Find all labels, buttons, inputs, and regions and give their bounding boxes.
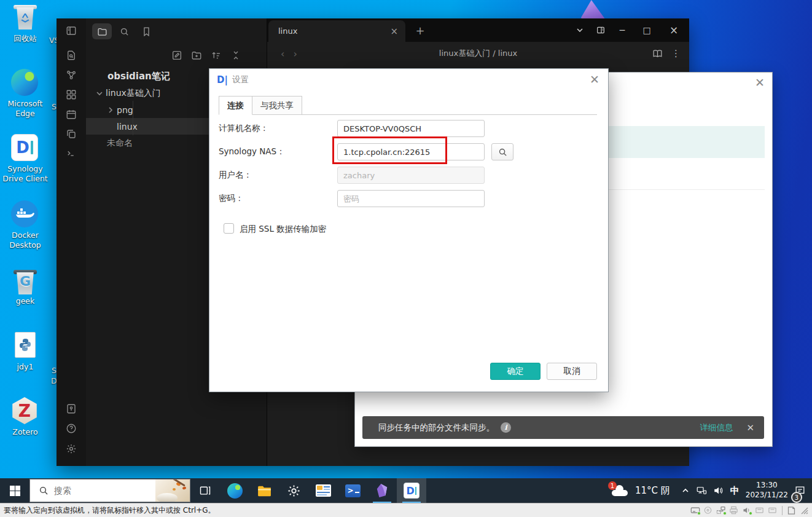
weather-temperature[interactable]: 11°C 阴: [635, 485, 670, 497]
notification-count-badge[interactable]: 3: [791, 492, 802, 503]
sort-icon[interactable]: [211, 50, 222, 61]
printer-icon[interactable]: [729, 506, 739, 515]
taskbar-file-explorer[interactable]: [249, 478, 279, 503]
back-icon[interactable]: ‹: [281, 48, 284, 60]
graph-view-icon[interactable]: [66, 69, 77, 81]
ssl-checkbox[interactable]: [224, 223, 234, 234]
news-card-icon: [316, 484, 331, 497]
cd-rom-icon[interactable]: [703, 506, 713, 515]
computer-name-label: 计算机名称：: [219, 123, 337, 134]
tab-shared-with-me[interactable]: 与我共享: [252, 96, 302, 115]
desktop-icon-synology-drive[interactable]: D Synology Drive Client: [2, 134, 48, 183]
clock[interactable]: 13:30 2023/11/22: [746, 481, 788, 500]
search-tab[interactable]: [114, 23, 134, 39]
username-input[interactable]: [337, 167, 485, 184]
vmware-device-icons: [690, 506, 808, 515]
canvas-icon[interactable]: [66, 89, 77, 100]
taskbar-synology-drive[interactable]: D: [397, 478, 426, 503]
edge-icon: [11, 69, 39, 97]
dialog-tabs: 连接 与我共享: [219, 96, 302, 115]
reading-mode-icon[interactable]: [652, 49, 663, 59]
obsidian-ribbon: [57, 18, 86, 466]
desktop-icon-jdy1[interactable]: jdy1: [2, 332, 48, 372]
password-input[interactable]: [337, 190, 485, 207]
new-folder-icon[interactable]: [191, 50, 202, 61]
password-label: 密码：: [219, 193, 337, 204]
weather-cloud-icon[interactable]: 1: [611, 485, 629, 496]
hidden-icons-chevron-icon[interactable]: [681, 486, 690, 495]
quick-switcher-icon[interactable]: [66, 50, 77, 61]
docker-icon: [11, 200, 39, 229]
usb-device-icon[interactable]: [755, 506, 765, 515]
zotero-icon: Z: [11, 397, 39, 425]
more-options-icon[interactable]: ⋮: [671, 48, 681, 59]
task-view-button[interactable]: [190, 478, 220, 503]
taskbar-powershell[interactable]: >: [338, 478, 367, 503]
minimize-button[interactable]: ─: [612, 18, 633, 42]
settings-dialog: D| 设置 ✕ 连接 与我共享 计算机名称： Synology NAS： 用户名…: [209, 68, 609, 392]
info-icon[interactable]: i: [501, 422, 511, 433]
desktop-label-fragment-s1: S: [52, 102, 57, 111]
maximize-button[interactable]: □: [636, 18, 657, 42]
desktop-icon-geek[interactable]: G geek: [2, 266, 48, 306]
ok-button[interactable]: 确定: [490, 363, 541, 380]
taskbar-news-card[interactable]: [308, 478, 338, 503]
ime-indicator[interactable]: 中: [730, 485, 740, 497]
sound-icon[interactable]: [742, 506, 752, 515]
message-log-icon[interactable]: [787, 506, 797, 515]
files-tab[interactable]: [92, 23, 112, 39]
help-icon[interactable]: [66, 423, 77, 434]
stack-tabs-icon[interactable]: [590, 18, 611, 42]
new-tab-icon[interactable]: +: [410, 18, 431, 42]
usb-device-2-icon[interactable]: [768, 506, 778, 515]
username-row: 用户名：: [219, 167, 599, 184]
taskbar-search-box[interactable]: [29, 479, 190, 502]
system-tray: 1 11°C 阴 中 13:30 2023/11/22: [611, 478, 812, 503]
taskbar-obsidian[interactable]: [367, 478, 397, 503]
dialog-close-icon[interactable]: ✕: [590, 74, 599, 85]
note-header: ‹ › linux基础入门 / linux ⋮: [267, 42, 689, 65]
tab-connection[interactable]: 连接: [219, 96, 252, 115]
desktop-icon-zotero[interactable]: Z Zotero: [2, 397, 48, 437]
cancel-button[interactable]: 取消: [547, 363, 597, 380]
network-adapter-icon[interactable]: [716, 506, 726, 515]
hard-disk-icon[interactable]: [690, 506, 700, 515]
bookmark-icon: [141, 26, 152, 37]
taskbar: > D 1 11°C 阴 中 13:30 2023/11/22: [0, 478, 812, 503]
volume-icon[interactable]: [713, 486, 724, 495]
window-close-button[interactable]: ×: [663, 18, 684, 42]
computer-name-input[interactable]: [337, 120, 485, 137]
vault-switcher-icon[interactable]: [66, 403, 77, 414]
nas-address-input[interactable]: [337, 143, 485, 160]
desktop-label-fragment-s2: S: [52, 366, 57, 375]
tab-linux[interactable]: linux ×: [268, 20, 405, 42]
notification-close-icon[interactable]: ✕: [746, 422, 754, 433]
settings-icon[interactable]: [66, 443, 77, 454]
desktop-icon-recycle-bin[interactable]: 回收站: [2, 4, 48, 44]
search-highlight-art[interactable]: [155, 480, 190, 502]
new-note-icon[interactable]: [171, 50, 182, 61]
edge-icon: [227, 483, 243, 499]
resize-grip-icon[interactable]: [800, 506, 808, 515]
network-icon[interactable]: [696, 486, 707, 495]
synology-window-close-icon[interactable]: ✕: [755, 77, 765, 89]
tab-close-icon[interactable]: ×: [390, 26, 398, 37]
start-button[interactable]: [0, 478, 29, 503]
details-link[interactable]: 详细信息: [700, 422, 733, 433]
taskbar-settings[interactable]: [279, 478, 308, 503]
daily-note-icon[interactable]: [66, 109, 77, 120]
desktop-icon-edge[interactable]: Microsoft Edge: [2, 69, 48, 118]
desktop-icon-docker[interactable]: Docker Desktop: [2, 200, 48, 250]
nas-search-button[interactable]: [491, 143, 513, 160]
forward-icon[interactable]: ›: [293, 48, 297, 60]
powershell-icon: >: [345, 484, 361, 497]
recycle-bin-icon: [11, 4, 39, 32]
sidebar-toggle-icon[interactable]: [66, 25, 77, 36]
tab-list-chevron-icon[interactable]: [569, 18, 590, 42]
taskbar-edge[interactable]: [220, 478, 249, 503]
terminal-icon[interactable]: [66, 148, 77, 159]
bookmarks-tab[interactable]: [136, 23, 156, 39]
templates-icon[interactable]: [66, 128, 77, 140]
password-row: 密码：: [219, 190, 599, 207]
collapse-all-icon[interactable]: [230, 50, 241, 61]
